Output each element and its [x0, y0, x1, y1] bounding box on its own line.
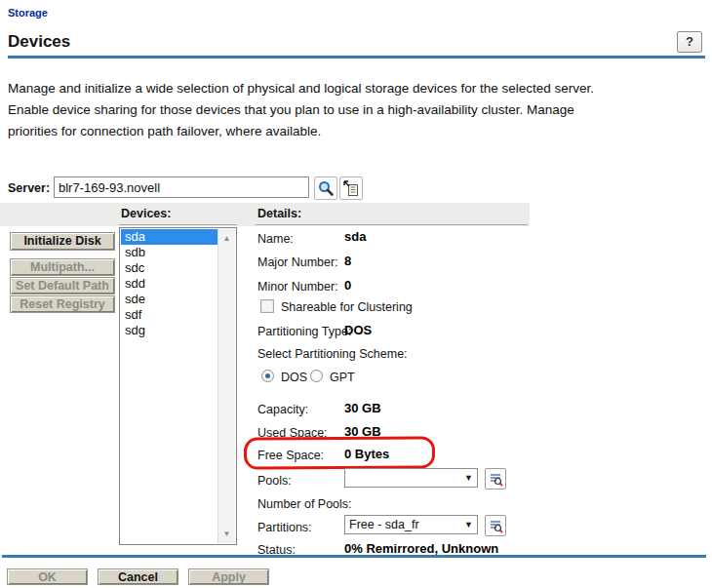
object-selector-button[interactable]: [314, 176, 337, 200]
used-space-value: 30 GB: [344, 424, 381, 439]
devices-header-underline: [119, 224, 237, 225]
help-button[interactable]: ?: [677, 31, 702, 53]
pools-dropdown[interactable]: ▼: [344, 468, 478, 488]
ok-button[interactable]: OK: [7, 568, 88, 585]
capacity-value: 30 GB: [344, 401, 381, 415]
list-search-icon: [489, 472, 503, 487]
title-divider: [8, 56, 705, 59]
object-history-icon: [342, 179, 360, 197]
number-of-pools-label: Number of Pools:: [257, 497, 352, 511]
free-space-label: Free Space:: [257, 449, 324, 462]
name-label: Name:: [257, 232, 294, 246]
name-value: sda: [344, 229, 366, 244]
major-number-value: 8: [344, 254, 351, 268]
radio-gpt-label: GPT: [330, 371, 355, 384]
status-value: 0% Remirrored, Unknown: [344, 541, 498, 556]
object-history-button[interactable]: [339, 176, 363, 200]
apply-button[interactable]: Apply: [188, 568, 269, 585]
device-list: sda sdb sdc sdd sde sdf sdg: [121, 229, 218, 543]
list-search-icon: [489, 519, 503, 533]
page-description: Manage and initialize a wide selection o…: [8, 78, 620, 142]
server-input[interactable]: [54, 176, 309, 198]
minor-number-label: Minor Number:: [257, 280, 338, 294]
chevron-down-icon: ▼: [464, 469, 473, 487]
list-item-sdf[interactable]: sdf: [121, 307, 218, 323]
partitions-details-button[interactable]: [485, 515, 506, 536]
list-item-sdc[interactable]: sdc: [121, 260, 218, 276]
list-item-sdd[interactable]: sdd: [121, 276, 218, 292]
reset-registry-button[interactable]: Reset Registry: [10, 295, 115, 313]
server-label: Server:: [8, 181, 50, 195]
details-header-underline: [256, 224, 528, 225]
devices-column-header: Devices:: [121, 207, 171, 220]
radio-dos-label: DOS: [281, 371, 307, 384]
free-space-value: 0 Bytes: [344, 447, 389, 461]
list-scrollbar[interactable]: ▲ ▼: [218, 229, 235, 543]
partitioning-type-label: Partitioning Type:: [257, 325, 351, 338]
page-title: Devices: [8, 32, 70, 52]
chevron-down-icon: ▼: [464, 516, 473, 533]
list-item-sda[interactable]: sda: [121, 229, 218, 245]
partitions-dropdown[interactable]: Free - sda_fr ▼: [344, 515, 478, 534]
scroll-down-icon[interactable]: ▼: [218, 527, 235, 541]
major-number-label: Major Number:: [257, 255, 338, 269]
partitions-dropdown-value: Free - sda_fr: [349, 518, 419, 531]
radio-dos[interactable]: [261, 370, 274, 382]
breadcrumb-storage-link[interactable]: Storage: [8, 7, 48, 19]
initialize-disk-button[interactable]: Initialize Disk: [10, 232, 115, 251]
used-space-label: Used Space:: [257, 426, 328, 440]
search-icon: [317, 179, 335, 197]
capacity-label: Capacity:: [257, 403, 308, 416]
list-item-sdb[interactable]: sdb: [121, 245, 218, 260]
list-item-sdg[interactable]: sdg: [121, 323, 218, 338]
minor-number-value: 0: [344, 278, 351, 293]
partitioning-type-value: DOS: [344, 323, 372, 337]
pools-label: Pools:: [257, 474, 292, 488]
partitions-label: Partitions:: [257, 521, 312, 534]
radio-gpt[interactable]: [310, 370, 323, 382]
details-column-header: Details:: [257, 207, 301, 220]
set-default-path-button[interactable]: Set Default Path: [10, 277, 115, 294]
footer-divider: [2, 555, 706, 558]
shareable-checkbox[interactable]: [260, 299, 274, 313]
list-item-sde[interactable]: sde: [121, 292, 218, 307]
multipath-button[interactable]: Multipath...: [10, 258, 115, 276]
device-listbox: sda sdb sdc sdd sde sdf sdg ▲ ▼: [119, 227, 237, 545]
partitioning-scheme-label: Select Partitioning Scheme:: [257, 347, 408, 361]
pools-details-button[interactable]: [485, 468, 506, 490]
cancel-button[interactable]: Cancel: [98, 568, 178, 585]
scroll-up-icon[interactable]: ▲: [218, 231, 235, 246]
shareable-label: Shareable for Clustering: [281, 300, 413, 314]
